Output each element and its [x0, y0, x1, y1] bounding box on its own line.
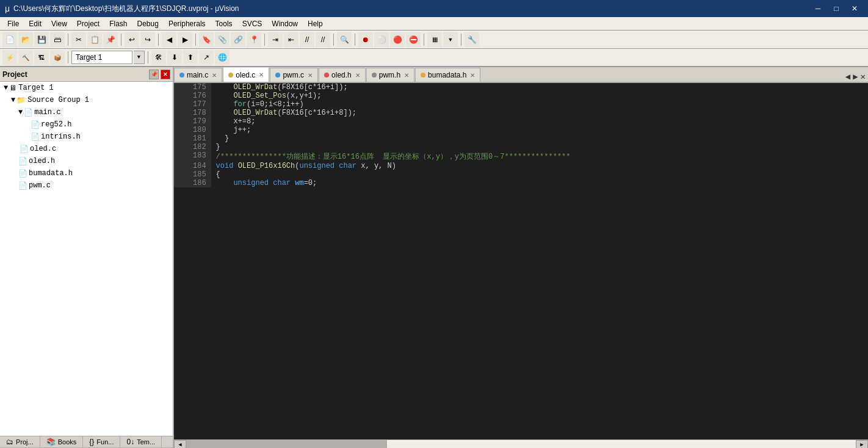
- menu-help[interactable]: Help: [303, 17, 328, 30]
- tab-oled-h[interactable]: oled.h ✕: [319, 68, 366, 82]
- panel-tab-books[interactable]: 📚 Books: [40, 436, 84, 447]
- tb-copy[interactable]: 📋: [87, 32, 102, 47]
- tree-item-main-c[interactable]: ▼ 📄 main.c: [0, 106, 173, 118]
- tb-bookmark4[interactable]: 📍: [247, 32, 261, 47]
- tb-comment[interactable]: //: [300, 32, 314, 47]
- tb-build2[interactable]: 🔨: [18, 50, 33, 65]
- tb-debug4[interactable]: ↗: [199, 50, 214, 65]
- editor-hscrollbar[interactable]: ◀ ▶: [174, 439, 868, 448]
- close-button[interactable]: ✕: [846, 2, 863, 15]
- tb-new[interactable]: 📄: [2, 32, 17, 47]
- tab-main-c[interactable]: main.c ✕: [174, 68, 222, 82]
- project-pin-button[interactable]: 📌: [149, 70, 159, 79]
- tab-pwm-c[interactable]: pwm.c ✕: [270, 68, 318, 82]
- project-close-button[interactable]: ✕: [161, 70, 170, 79]
- tb-cut[interactable]: ✂: [71, 32, 86, 47]
- hscroll-right[interactable]: ▶: [856, 440, 868, 448]
- tb-view[interactable]: ▦: [427, 32, 442, 47]
- line-code-180[interactable]: j++;: [211, 126, 868, 134]
- tab-close-oled-h[interactable]: ✕: [355, 72, 360, 79]
- tree-item-target1[interactable]: ▼ 🖥 Target 1: [0, 82, 173, 94]
- line-code-181[interactable]: }: [211, 134, 868, 143]
- tb-build1[interactable]: ⚡: [2, 50, 17, 65]
- line-code-184[interactable]: void OLED_P16x16Ch(unsigned char x, y, N…: [211, 162, 868, 170]
- panel-tab-func[interactable]: {} Fun...: [83, 436, 120, 447]
- menu-debug[interactable]: Debug: [132, 17, 164, 30]
- tree-label-reg52h: reg52.h: [41, 120, 172, 129]
- tb-debug2[interactable]: ⬇: [167, 50, 182, 65]
- target-input[interactable]: [71, 51, 132, 64]
- tabs-close-all[interactable]: ✕: [861, 71, 866, 82]
- tree-item-bumadata-h[interactable]: 📄 bumadata.h: [0, 167, 173, 179]
- tb-outdent[interactable]: ⇤: [284, 32, 298, 47]
- line-code-183[interactable]: /***************功能描述：显示16*16点阵 显示的坐标（x,y…: [211, 151, 868, 162]
- tb-bookmark1[interactable]: 🔖: [199, 32, 214, 47]
- target-dropdown[interactable]: ▼: [134, 51, 145, 64]
- tb-debug5[interactable]: 🌐: [215, 50, 230, 65]
- line-code-186[interactable]: unsigned char wm=0;: [211, 179, 868, 187]
- tb-step[interactable]: ⚪: [374, 32, 389, 47]
- line-code-177[interactable]: for(i=0;i<8;i++): [211, 100, 868, 109]
- tab-pwm-h[interactable]: pwm.h ✕: [366, 68, 414, 82]
- tb-redo[interactable]: ↪: [140, 32, 155, 47]
- tb-uncomment[interactable]: //: [316, 32, 330, 47]
- panel-tab-proj[interactable]: 🗂 Proj...: [0, 436, 40, 447]
- menu-view[interactable]: View: [46, 17, 72, 30]
- tabs-left-scroll[interactable]: ◀: [845, 71, 850, 82]
- tabs-right-scroll[interactable]: ▶: [853, 71, 858, 82]
- hscroll-thumb[interactable]: [186, 440, 387, 448]
- tab-close-pwm-h[interactable]: ✕: [404, 72, 409, 79]
- line-code-175[interactable]: OLED_WrDat(F8X16[c*16+i]);: [211, 83, 868, 92]
- menu-edit[interactable]: Edit: [24, 17, 46, 30]
- tb-debug1[interactable]: 🛠: [151, 50, 166, 65]
- tb-search-icon[interactable]: 🔍: [337, 32, 352, 47]
- tb-stop[interactable]: ⛔: [406, 32, 421, 47]
- tb-viewdrop[interactable]: ▼: [443, 32, 458, 47]
- menu-svcs[interactable]: SVCS: [237, 17, 267, 30]
- tb-save[interactable]: 💾: [34, 32, 49, 47]
- line-code-178[interactable]: OLED_WrDat(F8X16[c*16+i+8]);: [211, 109, 868, 117]
- tb-forward[interactable]: ▶: [178, 32, 192, 47]
- tb-debug3[interactable]: ⬆: [183, 50, 198, 65]
- tree-item-oled-h[interactable]: 📄 oled.h: [0, 155, 173, 167]
- tb-undo[interactable]: ↩: [125, 32, 139, 47]
- code-editor[interactable]: 175 OLED_WrDat(F8X16[c*16+i]); 176 OLED_…: [174, 83, 868, 439]
- minimize-button[interactable]: ─: [809, 2, 826, 15]
- panel-tab-templ[interactable]: 0↓ Tem...: [120, 436, 162, 447]
- tree-item-reg52h[interactable]: 📄 reg52.h: [0, 118, 173, 131]
- tree-item-source-group[interactable]: ▼ 📁 Source Group 1: [0, 94, 173, 106]
- maximize-button[interactable]: □: [828, 2, 845, 15]
- menu-tools[interactable]: Tools: [211, 17, 237, 30]
- tab-close-oled-c[interactable]: ✕: [259, 71, 264, 78]
- tab-close-bumadata-h[interactable]: ✕: [470, 72, 475, 79]
- tb-saveall[interactable]: 🗃: [50, 32, 65, 47]
- tb-indent[interactable]: ⇥: [268, 32, 283, 47]
- line-code-179[interactable]: x+=8;: [211, 117, 868, 126]
- tab-close-main-c[interactable]: ✕: [212, 72, 217, 79]
- tb-bookmark3[interactable]: 🔗: [231, 32, 245, 47]
- tb-bookmark2[interactable]: 📎: [215, 32, 230, 47]
- menu-file[interactable]: File: [2, 17, 24, 30]
- line-code-176[interactable]: OLED_Set_Pos(x,y+1);: [211, 92, 868, 100]
- tb-step2[interactable]: 🔴: [390, 32, 405, 47]
- tree-item-intrins-h[interactable]: 📄 intrins.h: [0, 131, 173, 143]
- menu-window[interactable]: Window: [267, 17, 303, 30]
- tb-settings[interactable]: 🔧: [465, 32, 479, 47]
- line-code-185[interactable]: {: [211, 170, 868, 179]
- tb-paste[interactable]: 📌: [103, 32, 118, 47]
- line-code-182[interactable]: }: [211, 143, 868, 151]
- tab-bumadata-h[interactable]: bumadata.h ✕: [415, 68, 480, 82]
- tb-open[interactable]: 📂: [18, 32, 33, 47]
- tb-back[interactable]: ◀: [162, 32, 176, 47]
- menu-flash[interactable]: Flash: [104, 17, 132, 30]
- tab-oled-c[interactable]: oled.c ✕: [223, 67, 269, 82]
- tree-item-oled-c[interactable]: 📄 oled.c: [0, 143, 173, 155]
- menu-peripherals[interactable]: Peripherals: [164, 17, 211, 30]
- tab-close-pwm-c[interactable]: ✕: [308, 72, 313, 79]
- tb-run[interactable]: ⏺: [358, 32, 373, 47]
- hscroll-left[interactable]: ◀: [174, 440, 186, 448]
- tb-build3[interactable]: 🏗: [34, 50, 49, 65]
- tb-build4[interactable]: 📦: [50, 50, 65, 65]
- menu-project[interactable]: Project: [72, 17, 104, 30]
- tree-item-pwm-c[interactable]: 📄 pwm.c: [0, 179, 173, 192]
